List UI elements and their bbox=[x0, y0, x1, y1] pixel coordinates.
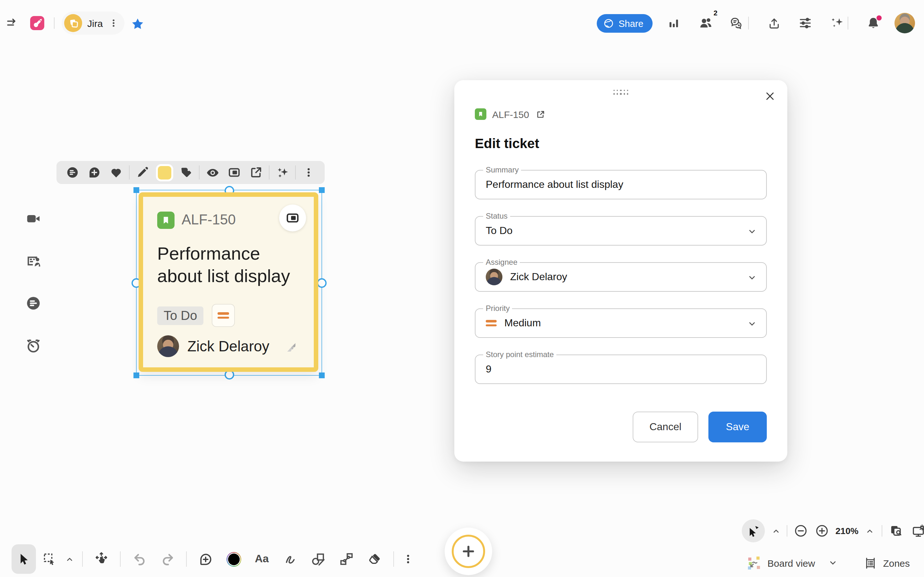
laser-pointer-button[interactable] bbox=[742, 519, 765, 542]
card-title: Performance about list display bbox=[157, 242, 301, 287]
edit-pencil-button[interactable] bbox=[132, 161, 153, 184]
quick-add-button[interactable] bbox=[445, 528, 492, 575]
pointer-expand-button[interactable] bbox=[771, 527, 781, 535]
undo-button[interactable] bbox=[127, 544, 152, 574]
reaction-button[interactable] bbox=[105, 161, 127, 184]
open-panel-button[interactable] bbox=[223, 161, 245, 184]
share-button[interactable]: Share bbox=[597, 14, 652, 33]
card-key: ALF-150 bbox=[182, 211, 236, 228]
select-tool-expand-button[interactable] bbox=[63, 544, 76, 574]
color-picker-button[interactable] bbox=[153, 161, 175, 184]
user-avatar[interactable] bbox=[895, 13, 915, 33]
add-bubble-button[interactable] bbox=[83, 161, 105, 184]
shapes-tool-button[interactable] bbox=[306, 544, 330, 574]
toolbar-divider bbox=[393, 551, 394, 567]
card-footer: To Do Zick Delaroy bbox=[157, 304, 301, 357]
priority-value: Medium bbox=[504, 318, 541, 329]
favorite-star-button[interactable] bbox=[129, 16, 145, 31]
close-modal-button[interactable] bbox=[763, 89, 777, 103]
connector-tool-button[interactable] bbox=[334, 544, 359, 574]
notes-button[interactable] bbox=[24, 295, 42, 311]
view-label[interactable]: Board view bbox=[767, 558, 815, 568]
sidebar-toggle-button[interactable] bbox=[4, 15, 21, 31]
redo-button[interactable] bbox=[155, 544, 180, 574]
drag-handle[interactable] bbox=[613, 90, 628, 95]
plus-ring bbox=[452, 535, 485, 568]
ai-actions-button[interactable] bbox=[271, 161, 293, 184]
frames-button[interactable] bbox=[888, 524, 905, 538]
eraser-tool-button[interactable] bbox=[363, 544, 387, 574]
resize-handle[interactable] bbox=[134, 187, 139, 193]
zones-label[interactable]: Zones bbox=[883, 558, 909, 568]
cancel-button[interactable]: Cancel bbox=[633, 412, 698, 442]
comments-button[interactable] bbox=[729, 15, 744, 31]
export-button[interactable] bbox=[766, 15, 782, 31]
resize-handle[interactable] bbox=[319, 187, 325, 193]
more-tools-button[interactable] bbox=[401, 544, 416, 574]
assignee-avatar bbox=[157, 335, 179, 357]
priority-select[interactable]: Priority Medium bbox=[475, 308, 767, 338]
board-stats-button[interactable] bbox=[666, 15, 682, 31]
zoom-menu-button[interactable] bbox=[864, 527, 876, 535]
pen-tool-button[interactable] bbox=[278, 544, 302, 574]
open-in-jira-button[interactable] bbox=[245, 161, 267, 184]
eye-icon bbox=[205, 165, 220, 180]
board-title-chip[interactable]: Jira bbox=[61, 11, 124, 35]
note-text-button[interactable] bbox=[61, 161, 83, 184]
assignee-select[interactable]: Assignee Zick Delaroy bbox=[475, 262, 767, 292]
more-options-button[interactable] bbox=[298, 161, 320, 184]
modal-heading: Edit ticket bbox=[475, 136, 767, 151]
save-button[interactable]: Save bbox=[708, 412, 767, 442]
resize-handle[interactable] bbox=[319, 372, 325, 378]
text-tool-button[interactable]: Aa bbox=[250, 544, 274, 574]
app-logo[interactable] bbox=[30, 16, 44, 30]
story-point-field[interactable]: Story point estimate 9 bbox=[475, 355, 767, 384]
note-text-icon bbox=[65, 165, 79, 179]
jira-card[interactable]: ALF-150 Performance about list display T… bbox=[139, 192, 318, 372]
board-menu-button[interactable] bbox=[108, 15, 120, 31]
ticket-key: ALF-150 bbox=[492, 109, 529, 119]
tag-button[interactable] bbox=[175, 161, 197, 184]
timer-button[interactable] bbox=[24, 337, 42, 354]
ai-assist-button[interactable] bbox=[830, 15, 845, 31]
video-chat-button[interactable] bbox=[24, 210, 42, 227]
eraser-icon bbox=[367, 551, 383, 567]
zoom-out-button[interactable] bbox=[793, 524, 809, 538]
pan-tool-button[interactable] bbox=[89, 544, 113, 574]
marquee-select-tool-button[interactable] bbox=[40, 544, 59, 574]
assignee-label: Assignee bbox=[483, 258, 520, 267]
view-dropdown-button[interactable] bbox=[820, 556, 846, 569]
present-screen-icon bbox=[911, 524, 924, 538]
settings-button[interactable] bbox=[798, 15, 813, 31]
zoom-in-button[interactable] bbox=[814, 524, 830, 538]
undo-icon bbox=[132, 552, 147, 566]
collaborators-button[interactable] bbox=[698, 15, 714, 31]
card-context-toolbar bbox=[57, 161, 325, 184]
status-select[interactable]: Status To Do bbox=[475, 216, 767, 245]
view-switcher: Board view Zones bbox=[747, 555, 910, 571]
resize-handle[interactable] bbox=[134, 372, 139, 378]
open-card-button[interactable] bbox=[279, 205, 306, 231]
present-button[interactable] bbox=[911, 524, 924, 538]
toolbar-divider bbox=[82, 551, 83, 567]
color-tool-button[interactable] bbox=[221, 544, 246, 574]
toolbar-divider bbox=[787, 525, 787, 537]
screen-share-button[interactable] bbox=[24, 253, 42, 269]
add-note-tool-button[interactable] bbox=[193, 544, 218, 574]
board-view-button[interactable] bbox=[747, 555, 762, 571]
color-swatch-yellow bbox=[158, 166, 171, 179]
priority-medium-icon bbox=[486, 320, 497, 326]
visibility-button[interactable] bbox=[202, 161, 223, 184]
status-value: To Do bbox=[486, 225, 513, 237]
add-bubble-icon bbox=[87, 165, 102, 179]
story-point-value: 9 bbox=[486, 364, 491, 375]
resize-handle[interactable] bbox=[317, 278, 326, 288]
zoom-level[interactable]: 210% bbox=[835, 526, 859, 536]
zones-button[interactable] bbox=[863, 555, 878, 571]
open-in-jira-link[interactable] bbox=[535, 108, 546, 120]
star-icon bbox=[131, 17, 144, 31]
select-tool-button[interactable] bbox=[11, 544, 36, 574]
summary-field[interactable]: Summary Performance about list display bbox=[475, 170, 767, 199]
color-wheel-icon bbox=[226, 552, 241, 566]
story-type-icon bbox=[157, 211, 174, 229]
